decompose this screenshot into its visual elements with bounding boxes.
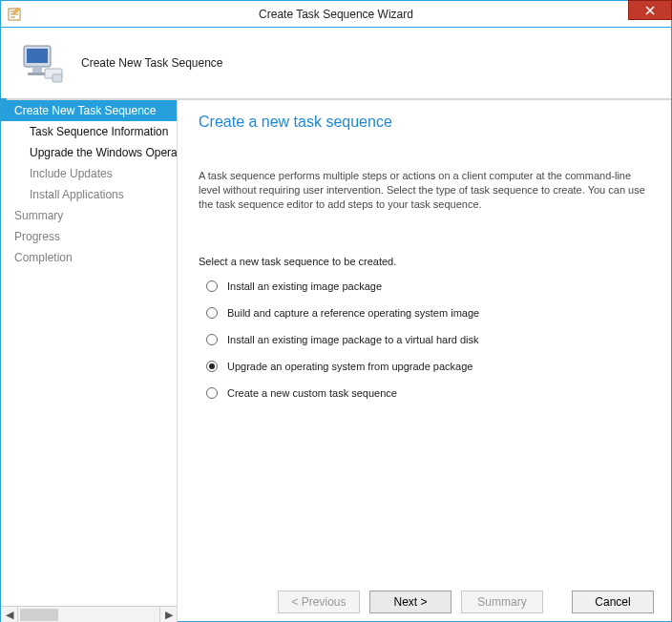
radio-bullet[interactable] bbox=[206, 387, 218, 399]
close-button[interactable] bbox=[628, 0, 672, 20]
page-description: A task sequence performs multiple steps … bbox=[199, 169, 650, 212]
radio-label: Create a new custom task sequence bbox=[227, 387, 397, 399]
radio-label: Upgrade an operating system from upgrade… bbox=[227, 361, 472, 372]
previous-button[interactable]: < Previous bbox=[278, 591, 360, 613]
nav-item[interactable]: Progress bbox=[1, 226, 177, 247]
radio-option[interactable]: Build and capture a reference operating … bbox=[199, 307, 650, 319]
nav-item[interactable]: Summary bbox=[1, 205, 177, 226]
nav-item[interactable]: Completion bbox=[1, 247, 177, 268]
nav-scrollbar[interactable]: ◀ ▶ bbox=[1, 606, 177, 622]
radio-option[interactable]: Install an existing image package bbox=[199, 280, 650, 292]
radio-bullet[interactable] bbox=[206, 361, 218, 372]
cancel-button[interactable]: Cancel bbox=[572, 591, 654, 613]
radio-bullet[interactable] bbox=[206, 307, 218, 319]
svg-rect-2 bbox=[27, 49, 48, 63]
page-title: Create a new task sequence bbox=[199, 114, 650, 131]
radio-option[interactable]: Upgrade an operating system from upgrade… bbox=[199, 361, 650, 372]
radio-bullet[interactable] bbox=[206, 280, 218, 292]
nav-item[interactable]: Create New Task Sequence bbox=[1, 100, 177, 121]
scroll-thumb[interactable] bbox=[20, 609, 58, 621]
scroll-track[interactable] bbox=[18, 607, 159, 622]
nav-item[interactable]: Task Sequence Information bbox=[1, 121, 177, 142]
scroll-left-button[interactable]: ◀ bbox=[1, 607, 18, 622]
wizard-body: Create New Task SequenceTask Sequence In… bbox=[1, 100, 671, 622]
footer-buttons: < Previous Next > Summary Cancel bbox=[178, 583, 671, 613]
computer-icon bbox=[18, 40, 64, 86]
content-panel: Create a new task sequence A task sequen… bbox=[178, 100, 671, 622]
next-button[interactable]: Next > bbox=[369, 591, 452, 613]
svg-rect-4 bbox=[28, 73, 47, 75]
nav-item[interactable]: Include Updates bbox=[1, 163, 177, 184]
nav-items: Create New Task SequenceTask Sequence In… bbox=[1, 100, 177, 606]
window-title: Create Task Sequence Wizard bbox=[1, 8, 671, 21]
titlebar[interactable]: Create Task Sequence Wizard bbox=[1, 1, 671, 28]
svg-rect-6 bbox=[52, 74, 62, 82]
radio-label: Install an existing image package bbox=[227, 280, 382, 292]
nav-panel: Create New Task SequenceTask Sequence In… bbox=[1, 100, 177, 622]
select-label: Select a new task sequence to be created… bbox=[199, 256, 650, 267]
radio-bullet[interactable] bbox=[206, 334, 218, 345]
wizard-window: Create Task Sequence Wizard Create New T… bbox=[0, 0, 672, 622]
header-subtitle: Create New Task Sequence bbox=[81, 56, 223, 70]
app-icon bbox=[7, 7, 22, 22]
radio-label: Install an existing image package to a v… bbox=[227, 334, 479, 345]
radio-option[interactable]: Create a new custom task sequence bbox=[199, 387, 650, 399]
radio-option[interactable]: Install an existing image package to a v… bbox=[199, 334, 650, 345]
radio-group: Install an existing image packageBuild a… bbox=[199, 280, 650, 414]
nav-item[interactable]: Upgrade the Windows Operating System bbox=[1, 142, 177, 163]
nav-item[interactable]: Install Applications bbox=[1, 184, 177, 205]
svg-rect-3 bbox=[32, 67, 42, 73]
scroll-right-button[interactable]: ▶ bbox=[159, 607, 177, 622]
summary-button[interactable]: Summary bbox=[461, 591, 543, 613]
radio-label: Build and capture a reference operating … bbox=[227, 307, 479, 319]
wizard-header: Create New Task Sequence bbox=[1, 28, 671, 98]
